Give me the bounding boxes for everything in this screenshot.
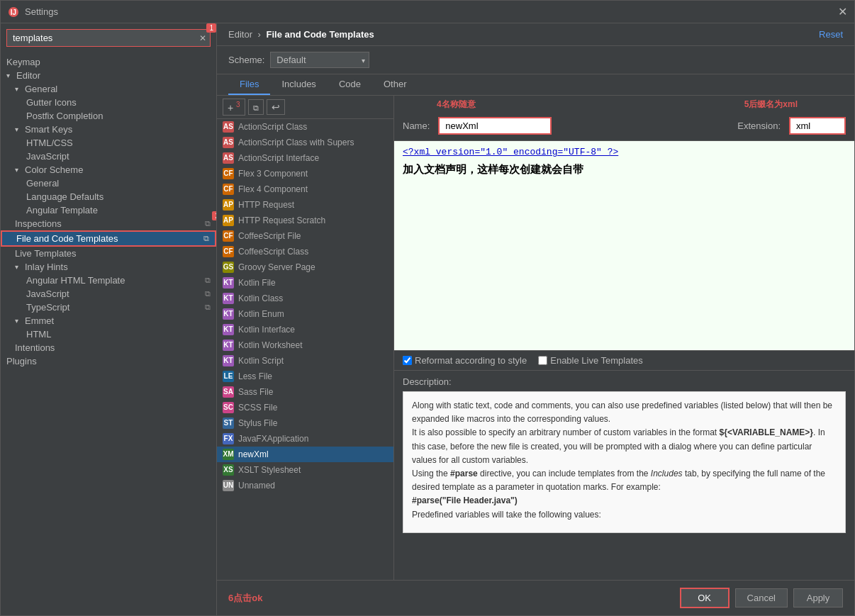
list-item-actionscript-supers[interactable]: AS ActionScript Class with Supers xyxy=(217,135,393,150)
sidebar-item-angular-html[interactable]: Angular HTML Template ⧉ xyxy=(1,274,216,287)
live-templates-checkbox-label[interactable]: Enable Live Templates xyxy=(538,355,643,366)
sidebar-item-javascript[interactable]: JavaScript xyxy=(1,150,216,163)
less-icon: LE xyxy=(223,371,234,382)
description-box: Along with static text, code and comment… xyxy=(403,391,846,533)
list-item-http-scratch[interactable]: AP HTTP Request Scratch xyxy=(217,213,393,228)
sidebar-item-typescript[interactable]: TypeScript ⧉ xyxy=(1,301,216,314)
sidebar-item-inspections[interactable]: Inspections ⧉ 2 xyxy=(1,217,216,230)
inspections-badge: 2 xyxy=(212,211,216,220)
tabs-row: Files Includes Code Other xyxy=(217,74,854,96)
main-header: Editor › File and Code Templates Reset xyxy=(217,23,854,46)
breadcrumb-sep: › xyxy=(258,29,261,40)
ok-button[interactable]: OK xyxy=(680,588,730,608)
settings-window: IJ Settings ✕ templates ✕ 1 Keymap ▾ xyxy=(0,0,855,616)
sidebar-item-emmet[interactable]: ▾ Emmet xyxy=(1,314,216,327)
sidebar-item-postfix[interactable]: Postfix Completion xyxy=(1,109,216,123)
sidebar-item-language-defaults[interactable]: Language Defaults xyxy=(1,190,216,203)
list-item-flex4[interactable]: CF Flex 4 Component xyxy=(217,181,393,197)
bottom-bar: 6点击ok OK Cancel Apply xyxy=(217,580,854,615)
list-item-actionscript-class[interactable]: AS ActionScript Class xyxy=(217,119,393,135)
sidebar-item-html[interactable]: HTML xyxy=(1,327,216,341)
sidebar-item-smart-keys[interactable]: ▾ Smart Keys xyxy=(1,123,216,136)
list-item-kotlin-class[interactable]: KT Kotlin Class xyxy=(217,291,393,306)
list-item-sass[interactable]: SA Sass File xyxy=(217,384,393,400)
list-item-unnamed[interactable]: UN Unnamed xyxy=(217,478,393,493)
list-item-javafx[interactable]: FX JavaFXApplication xyxy=(217,431,393,447)
list-item-stylus[interactable]: ST Stylus File xyxy=(217,415,393,431)
list-item-kotlin-interface[interactable]: KT Kotlin Interface xyxy=(217,322,393,337)
sidebar-item-keymap[interactable]: Keymap xyxy=(1,55,216,69)
sidebar-item-inlay-hints[interactable]: ▾ Inlay Hints xyxy=(1,260,216,274)
extension-input[interactable]: xml xyxy=(789,117,846,135)
file-templates-icon: ⧉ xyxy=(203,234,209,243)
list-item-flex3[interactable]: CF Flex 3 Component xyxy=(217,166,393,181)
close-button[interactable]: ✕ xyxy=(838,5,847,18)
list-item-less[interactable]: LE Less File xyxy=(217,369,393,384)
kotlin-interface-icon: KT xyxy=(223,324,234,335)
main-panel: Editor › File and Code Templates Reset S… xyxy=(217,23,854,615)
list-item-kotlin-file[interactable]: KT Kotlin File xyxy=(217,275,393,291)
undo-template-button[interactable]: ↩ xyxy=(267,99,285,115)
template-list-items: AS ActionScript Class AS ActionScript Cl… xyxy=(217,119,393,578)
tab-code[interactable]: Code xyxy=(328,74,372,95)
sidebar-item-intentions[interactable]: Intentions xyxy=(1,341,216,354)
cancel-button[interactable]: Cancel xyxy=(735,588,788,607)
sidebar-item-general[interactable]: ▾ General xyxy=(1,82,216,96)
xml-decl: <?xml version="1.0" encoding="UTF-8" ?> xyxy=(403,147,618,157)
search-input[interactable]: templates xyxy=(6,29,211,47)
sidebar-item-file-code-templates[interactable]: File and Code Templates ⧉ xyxy=(1,230,216,247)
list-item-http-request[interactable]: AP HTTP Request xyxy=(217,197,393,213)
scheme-row: Scheme: Default xyxy=(217,46,854,74)
list-item-coffeescript-class[interactable]: CF CoffeeScript Class xyxy=(217,244,393,259)
name-input[interactable]: newXml xyxy=(438,117,552,135)
list-item-kotlin-script[interactable]: KT Kotlin Script xyxy=(217,353,393,369)
list-item-kotlin-worksheet[interactable]: KT Kotlin Worksheet xyxy=(217,337,393,353)
sidebar-item-angular-template[interactable]: Angular Template xyxy=(1,203,216,217)
tab-includes[interactable]: Includes xyxy=(270,74,327,95)
tab-files[interactable]: Files xyxy=(228,74,270,95)
js2-icon: ⧉ xyxy=(205,289,211,298)
sidebar-item-gutter-icons[interactable]: Gutter Icons xyxy=(1,96,216,109)
ts-icon: ⧉ xyxy=(205,303,211,312)
tab-other[interactable]: Other xyxy=(372,74,418,95)
kotlin-enum-icon: KT xyxy=(223,308,234,320)
list-item-xslt[interactable]: XS XSLT Stylesheet xyxy=(217,462,393,478)
clear-search-button[interactable]: ✕ xyxy=(199,33,206,43)
scheme-select[interactable]: Default xyxy=(270,52,369,68)
copy-template-button[interactable]: ⧉ xyxy=(248,99,264,115)
list-item-groovy[interactable]: GS Groovy Server Page xyxy=(217,259,393,275)
unnamed-icon: UN xyxy=(223,480,234,491)
sidebar-item-live-templates[interactable]: Live Templates xyxy=(1,247,216,260)
list-item-newxml[interactable]: XM newXml xyxy=(217,447,393,462)
reformat-checkbox-label[interactable]: Reformat according to style xyxy=(403,355,527,366)
javafx-icon: FX xyxy=(223,433,234,444)
reset-button[interactable]: Reset xyxy=(819,29,843,40)
sidebar-item-general2[interactable]: General xyxy=(1,177,216,190)
window-title: Settings xyxy=(25,6,838,17)
sidebar-item-color-scheme[interactable]: ▾ Color Scheme xyxy=(1,163,216,177)
list-item-actionscript-interface[interactable]: AS ActionScript Interface xyxy=(217,150,393,166)
sidebar-item-html-css[interactable]: HTML/CSS xyxy=(1,136,216,150)
annotation-5: 5后缀名为xml xyxy=(744,99,798,111)
sidebar-item-javascript2[interactable]: JavaScript ⧉ xyxy=(1,287,216,301)
app-icon: IJ xyxy=(8,6,19,18)
template-list: + 3 ⧉ ↩ AS ActionScript Class xyxy=(217,96,394,580)
options-row: Reformat according to style Enable Live … xyxy=(394,351,854,371)
annotation-6: 6点击ok xyxy=(228,592,262,605)
kotlin-file-icon: KT xyxy=(223,277,234,289)
live-templates-checkbox[interactable] xyxy=(538,356,547,365)
apply-button[interactable]: Apply xyxy=(793,588,843,607)
groovy-icon: GS xyxy=(223,262,234,273)
angular-html-icon: ⧉ xyxy=(205,276,211,285)
reformat-checkbox[interactable] xyxy=(403,356,412,365)
search-box: templates ✕ 1 xyxy=(6,29,211,47)
sidebar-item-plugins[interactable]: Plugins xyxy=(1,354,216,368)
list-item-scss[interactable]: SC SCSS File xyxy=(217,400,393,415)
list-item-kotlin-enum[interactable]: KT Kotlin Enum xyxy=(217,306,393,322)
code-area[interactable]: <?xml version="1.0" encoding="UTF-8" ?> … xyxy=(394,141,854,351)
code-line-2: 加入文档声明，这样每次创建就会自带 xyxy=(403,163,846,177)
add-template-button[interactable]: + 3 xyxy=(223,99,245,116)
list-item-coffeescript-file[interactable]: CF CoffeeScript File xyxy=(217,228,393,244)
scheme-label: Scheme: xyxy=(228,55,264,65)
sidebar-item-editor[interactable]: ▾ Editor xyxy=(1,69,216,82)
